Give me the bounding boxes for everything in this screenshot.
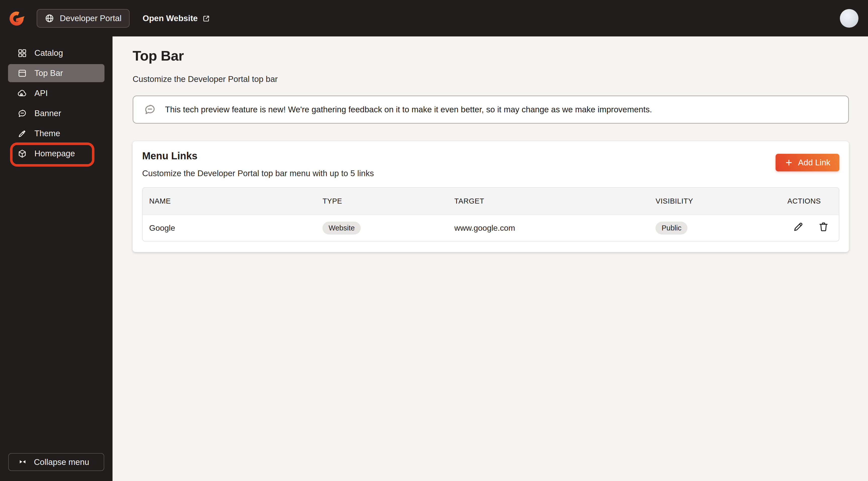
sidebar-item-label: Banner [34,109,61,118]
tech-preview-text: This tech preview feature is new! We're … [165,105,652,114]
gravitee-logo-icon[interactable] [9,10,26,27]
sidebar-item-label: Top Bar [34,68,63,78]
add-link-button[interactable]: Add Link [776,154,839,171]
pencil-icon [793,221,804,233]
menu-links-card: Menu Links Customize the Developer Porta… [133,141,849,252]
developer-portal-label: Developer Portal [60,13,122,23]
cloud-gear-icon [18,89,27,98]
main-content: Top Bar Customize the Developer Portal t… [113,36,868,481]
open-website-label: Open Website [143,13,198,23]
delete-link-button[interactable] [818,221,829,233]
external-link-icon [202,14,210,23]
link-target-cell: www.google.com [448,215,649,241]
sidebar-nav: Catalog Top Bar API Banner [0,36,113,162]
message-bubble-icon [144,103,156,116]
column-header-name: NAME [143,188,316,215]
sidebar-item-theme[interactable]: Theme [8,124,104,143]
window-top-bar-icon [18,69,27,78]
table-header-row: NAME TYPE TARGET VISIBILITY ACTIONS [143,188,839,215]
globe-icon [45,13,54,23]
menu-links-title: Menu Links [142,150,374,161]
menu-links-subtitle: Customize the Developer Portal top bar m… [142,169,374,178]
open-website-link[interactable]: Open Website [143,13,210,23]
grid-icon [18,49,27,58]
sidebar-item-banner[interactable]: Banner [8,104,104,122]
top-header: Developer Portal Open Website [0,0,868,36]
collapse-menu-label: Collapse menu [34,457,89,467]
visibility-badge: Public [655,222,687,235]
column-header-visibility: VISIBILITY [649,188,781,215]
menu-links-table: NAME TYPE TARGET VISIBILITY ACTIONS Goog… [142,187,839,241]
link-name-cell: Google [143,215,316,241]
trash-icon [818,221,829,233]
edit-link-button[interactable] [793,221,804,233]
column-header-type: TYPE [316,188,448,215]
collapse-menu-button[interactable]: Collapse menu [8,453,104,471]
link-visibility-cell: Public [649,215,781,241]
sidebar-item-homepage[interactable]: Homepage [8,145,104,162]
tech-preview-banner: This tech preview feature is new! We're … [133,95,849,124]
collapse-arrows-icon [18,458,27,467]
user-avatar[interactable] [840,9,859,28]
column-header-target: TARGET [448,188,649,215]
sidebar-item-label: Theme [34,129,60,138]
sidebar-item-label: API [34,88,48,98]
link-actions-cell [781,215,839,241]
add-link-label: Add Link [798,158,830,168]
type-badge: Website [322,222,361,235]
sidebar-item-label: Catalog [34,48,63,58]
cube-icon [18,149,27,158]
menu-links-header: Menu Links Customize the Developer Porta… [142,150,839,178]
page-title: Top Bar [133,48,849,64]
sidebar-item-catalog[interactable]: Catalog [8,44,104,62]
developer-portal-button[interactable]: Developer Portal [37,9,130,28]
column-header-actions: ACTIONS [781,188,839,215]
link-type-cell: Website [316,215,448,241]
sidebar: Catalog Top Bar API Banner [0,36,113,481]
table-row: Google Website www.google.com Public [143,215,839,241]
message-bubble-icon [18,109,27,118]
plus-icon [785,158,793,167]
sidebar-item-api[interactable]: API [8,84,104,102]
sidebar-item-top-bar[interactable]: Top Bar [8,64,104,82]
sidebar-item-label: Homepage [34,149,75,158]
eyedropper-icon [18,129,27,138]
page-subtitle: Customize the Developer Portal top bar [133,74,849,84]
